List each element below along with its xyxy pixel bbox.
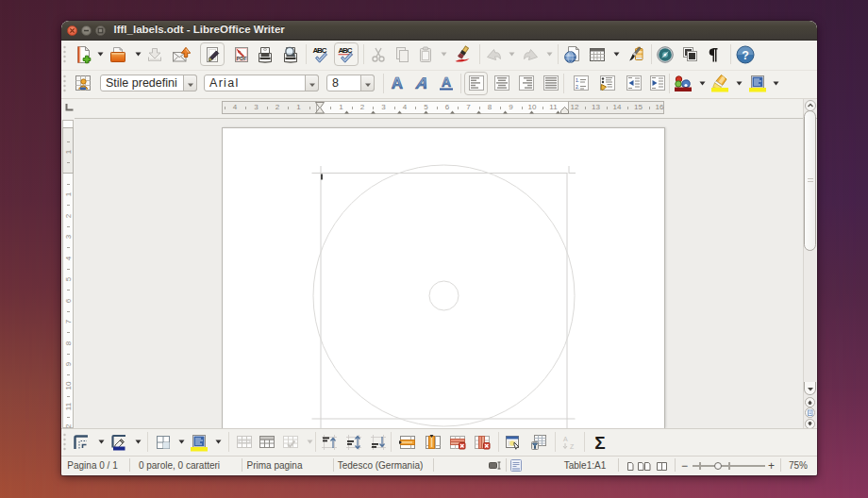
svg-text:A: A bbox=[413, 74, 431, 91]
svg-text:1.: 1. bbox=[576, 77, 579, 83]
svg-text:2.: 2. bbox=[576, 84, 579, 90]
svg-text:PDF: PDF bbox=[237, 56, 248, 61]
svg-text:?: ? bbox=[742, 49, 749, 62]
svg-text:A: A bbox=[442, 75, 451, 90]
svg-text:Σ: Σ bbox=[594, 433, 605, 452]
svg-text:A: A bbox=[563, 436, 568, 442]
svg-text:Z: Z bbox=[570, 443, 575, 450]
svg-text:A: A bbox=[392, 75, 403, 92]
